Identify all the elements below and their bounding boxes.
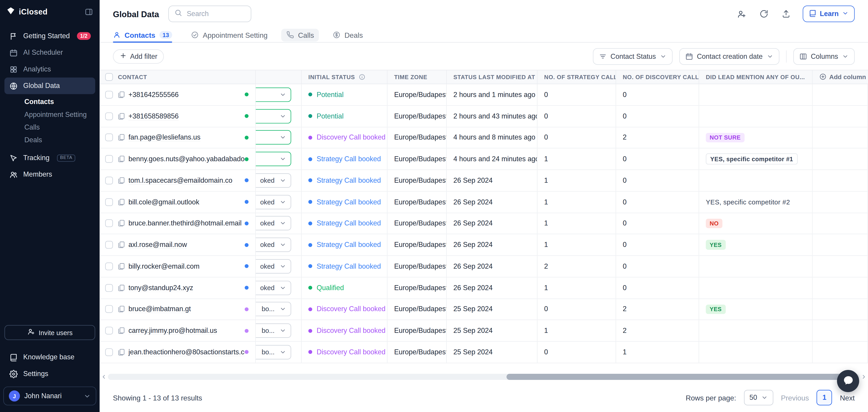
scroll-right-icon[interactable] — [861, 374, 867, 380]
clipboard-icon[interactable] — [117, 327, 125, 334]
row-checkbox[interactable] — [105, 91, 113, 98]
row-checkbox[interactable] — [105, 134, 113, 141]
contact-link[interactable]: bruce.banner.thethird@hotmail.email — [128, 219, 242, 227]
clipboard-icon[interactable] — [117, 305, 125, 313]
initial-status-cell: Strategy Call booked — [302, 170, 388, 191]
export-button[interactable] — [777, 5, 795, 23]
status-dot — [308, 114, 312, 118]
sidebar-bottom-nav: Knowledge base Settings — [0, 349, 100, 382]
learn-button[interactable]: Learn — [803, 5, 855, 22]
clipboard-icon[interactable] — [117, 219, 125, 227]
contact-link[interactable]: axl.rose@mail.now — [128, 241, 187, 249]
row-checkbox[interactable] — [105, 305, 113, 313]
status-select[interactable]: oked — [256, 173, 291, 188]
row-checkbox[interactable] — [105, 284, 113, 292]
sidebar-item-calls[interactable]: Calls — [4, 121, 95, 134]
sidebar-item-knowledge-base[interactable]: Knowledge base — [4, 349, 95, 365]
row-checkbox[interactable] — [105, 155, 113, 163]
contact-link[interactable]: bill.cole@gmail.outlook — [128, 198, 199, 206]
add-user-button[interactable] — [733, 5, 750, 23]
contact-link[interactable]: +381658589856 — [128, 112, 179, 120]
user-menu[interactable]: J John Nanari — [3, 386, 96, 405]
columns-dropdown[interactable]: Columns — [793, 48, 855, 64]
clipboard-icon[interactable] — [117, 198, 125, 206]
status-select-cell: bo... — [256, 320, 302, 341]
row-checkbox[interactable] — [105, 112, 113, 120]
current-page-button[interactable]: 1 — [817, 390, 832, 406]
status-select[interactable]: bo... — [256, 302, 291, 317]
horizontal-scrollbar[interactable] — [100, 373, 868, 380]
status-select[interactable]: bo... — [256, 324, 291, 338]
row-checkbox[interactable] — [105, 348, 113, 356]
sidebar-item-tracking[interactable]: Tracking BETA — [4, 149, 95, 166]
status-select[interactable]: bo... — [256, 345, 291, 359]
sidebar-item-members[interactable]: Members — [4, 166, 95, 183]
clipboard-icon[interactable] — [117, 263, 125, 270]
contact-link[interactable]: jean.theactionhero@80sactionstarts.co — [128, 348, 245, 356]
previous-page-button[interactable]: Previous — [781, 393, 809, 402]
status-select[interactable]: oked — [256, 238, 291, 252]
sidebar-item-label: Settings — [23, 370, 49, 378]
add-column-button[interactable]: Add column — [813, 70, 868, 84]
clipboard-icon[interactable] — [117, 112, 125, 120]
tab-calls[interactable]: Calls — [286, 28, 314, 42]
row-checkbox[interactable] — [105, 219, 113, 227]
contact-status-dropdown[interactable]: Contact Status — [593, 48, 673, 64]
contact-link[interactable]: tom.l.spacecars@emaildomain.co — [128, 177, 232, 184]
status-select[interactable]: oked — [256, 259, 291, 274]
row-checkbox[interactable] — [105, 177, 113, 184]
tab-deals[interactable]: Deals — [333, 28, 363, 42]
collapse-sidebar-icon[interactable] — [85, 7, 93, 16]
contact-link[interactable]: bruce@imbatman.gt — [128, 305, 191, 313]
contact-link[interactable]: tony@standup24.xyz — [128, 284, 193, 292]
row-checkbox[interactable] — [105, 198, 113, 206]
status-select[interactable] — [256, 109, 291, 123]
contact-link[interactable]: carrey.jimmy.pro@hotmail.us — [128, 327, 217, 334]
clipboard-icon[interactable] — [117, 155, 125, 163]
clipboard-icon[interactable] — [117, 241, 125, 249]
row-checkbox[interactable] — [105, 241, 113, 249]
contact-link[interactable]: fan.page@lesliefans.us — [128, 134, 200, 141]
sidebar-item-analytics[interactable]: Analytics — [4, 61, 95, 77]
status-select[interactable]: oked — [256, 281, 291, 295]
status-select-cell: oked — [256, 256, 302, 276]
status-select[interactable] — [256, 88, 291, 102]
sidebar-item-appointment-setting[interactable]: Appointment Setting — [4, 108, 95, 121]
contact-link[interactable]: billy.rocker@email.com — [128, 263, 199, 270]
select-all-checkbox[interactable] — [105, 73, 113, 81]
clipboard-icon[interactable] — [117, 91, 125, 98]
add-filter-button[interactable]: Add filter — [113, 49, 164, 63]
search-input[interactable] — [187, 10, 246, 18]
contact-link[interactable]: benny.goes.nuts@yahoo.yabadabadoo — [128, 155, 245, 163]
sidebar-item-ai-scheduler[interactable]: AI Scheduler — [4, 44, 95, 61]
scroll-left-icon[interactable] — [101, 374, 107, 380]
scrollbar-thumb[interactable] — [506, 374, 845, 380]
contact-creation-date-dropdown[interactable]: Contact creation date — [679, 48, 779, 64]
status-select[interactable]: oked — [256, 195, 291, 209]
status-select[interactable] — [256, 130, 291, 145]
refresh-button[interactable] — [755, 5, 773, 23]
status-select[interactable] — [256, 152, 291, 166]
clipboard-icon[interactable] — [117, 177, 125, 184]
tab-contacts[interactable]: Contacts 13 — [113, 28, 173, 42]
rows-per-page-select[interactable]: 50 — [744, 390, 773, 406]
invite-users-button[interactable]: Invite users — [4, 325, 95, 340]
info-icon[interactable] — [359, 74, 365, 80]
tab-appointment-setting[interactable]: Appointment Setting — [191, 28, 268, 42]
search-box[interactable] — [168, 5, 251, 22]
sidebar-item-settings[interactable]: Settings — [4, 365, 95, 382]
sidebar-item-getting-started[interactable]: Getting Started 1/2 — [4, 28, 95, 44]
status-select[interactable]: oked — [256, 216, 291, 231]
sidebar-item-global-data[interactable]: Global Data — [4, 78, 95, 94]
next-page-button[interactable]: Next — [840, 393, 855, 402]
clipboard-icon[interactable] — [117, 284, 125, 292]
sidebar-item-contacts[interactable]: Contacts — [4, 95, 95, 108]
row-checkbox[interactable] — [105, 263, 113, 270]
scrollbar-track[interactable] — [108, 374, 860, 380]
clipboard-icon[interactable] — [117, 348, 125, 356]
chat-launcher[interactable] — [837, 370, 859, 392]
contact-link[interactable]: +381642555566 — [128, 91, 179, 98]
sidebar-item-deals[interactable]: Deals — [4, 134, 95, 146]
row-checkbox[interactable] — [105, 327, 113, 334]
clipboard-icon[interactable] — [117, 134, 125, 141]
